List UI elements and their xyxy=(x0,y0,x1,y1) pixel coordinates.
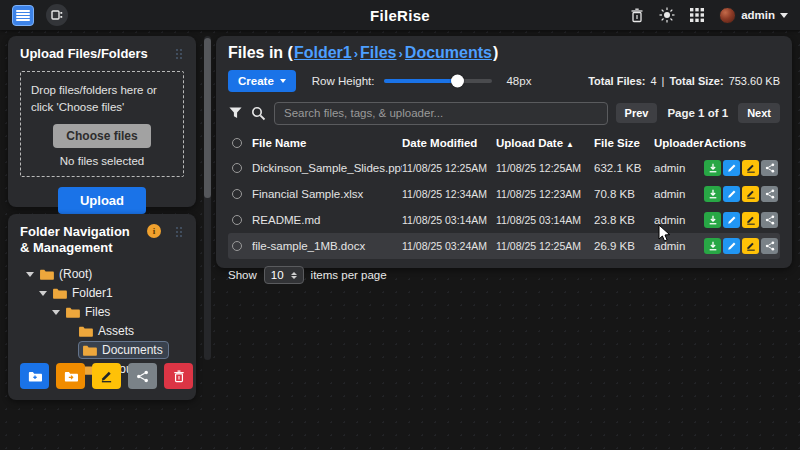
breadcrumb-folder1[interactable]: Folder1 xyxy=(294,44,352,62)
table-row[interactable]: Financial Sample.xlsx 11/08/25 12:34AM 1… xyxy=(228,181,780,207)
file-name[interactable]: README.md xyxy=(252,214,402,226)
rename-button[interactable] xyxy=(742,186,759,202)
folder-icon xyxy=(65,306,80,318)
col-uploader[interactable]: Uploader xyxy=(654,137,704,149)
uploader: admin xyxy=(654,214,704,226)
tree-item-root[interactable]: (Root) xyxy=(20,265,184,284)
col-upload-date[interactable]: Upload Date▲ xyxy=(496,137,594,149)
totals-summary: Total Files:4 | Total Size:753.60 KB xyxy=(588,75,780,87)
share-icon xyxy=(765,189,775,199)
create-folder-button[interactable] xyxy=(20,363,49,389)
file-name[interactable]: file-sample_1MB.docx xyxy=(252,240,402,252)
select-checkbox[interactable] xyxy=(232,189,242,199)
rename-button[interactable] xyxy=(742,212,759,228)
slider-thumb[interactable] xyxy=(451,75,464,88)
tree-item-assets[interactable]: Assets xyxy=(20,322,184,341)
prev-page-button[interactable]: Prev xyxy=(616,103,658,123)
tree-item-documents-selected[interactable]: Documents xyxy=(20,341,184,360)
filter-funnel-icon[interactable] xyxy=(228,106,243,120)
tree-item-files[interactable]: Files xyxy=(20,303,184,322)
row-height-slider[interactable] xyxy=(384,79,492,83)
folder-icon xyxy=(52,287,67,299)
share-folder-button[interactable] xyxy=(128,363,157,389)
upload-date: 11/08/25 12:23AM xyxy=(496,188,594,200)
create-button[interactable]: Create xyxy=(228,70,296,92)
share-icon xyxy=(136,370,149,383)
avatar xyxy=(719,7,736,24)
col-date-modified[interactable]: Date Modified xyxy=(402,137,496,149)
col-actions: Actions xyxy=(704,137,780,149)
select-arrows-icon xyxy=(291,272,297,279)
date-modified: 11/08/25 03:24AM xyxy=(402,240,496,252)
download-icon xyxy=(708,241,718,251)
table-row[interactable]: Dickinson_Sample_Slides.pptx 11/08/25 12… xyxy=(228,155,780,181)
download-button[interactable] xyxy=(704,186,721,202)
table-row-hovered[interactable]: file-sample_1MB.docx 11/08/25 03:24AM 11… xyxy=(228,233,780,259)
row-height-value: 48px xyxy=(506,75,531,87)
theme-toggle-sun-icon[interactable] xyxy=(659,7,675,23)
search-input[interactable] xyxy=(274,102,608,125)
caret-down-icon[interactable] xyxy=(26,272,34,277)
table-row[interactable]: README.md 11/08/25 03:14AM 11/08/25 03:1… xyxy=(228,207,780,233)
drag-handle-icon[interactable] xyxy=(174,48,184,60)
file-name[interactable]: Financial Sample.xlsx xyxy=(252,188,402,200)
file-dropzone[interactable]: Drop files/folders here or click 'Choose… xyxy=(20,71,184,176)
share-button[interactable] xyxy=(761,238,778,254)
breadcrumb-documents[interactable]: Documents xyxy=(405,44,492,62)
info-icon[interactable] xyxy=(147,224,161,238)
share-button[interactable] xyxy=(761,186,778,202)
items-per-page-select[interactable]: 10 xyxy=(264,266,304,284)
username: admin xyxy=(741,9,775,21)
rename-button[interactable] xyxy=(742,160,759,176)
pencil-icon xyxy=(727,241,737,251)
scrollbar-thumb[interactable] xyxy=(204,38,211,198)
folder-panel-title: Folder Navigation & Management xyxy=(20,224,138,257)
search-icon[interactable] xyxy=(251,106,266,121)
dropzone-hint: Drop files/folders here or click 'Choose… xyxy=(29,82,175,115)
upload-button[interactable]: Upload xyxy=(58,187,146,214)
uploader: admin xyxy=(654,240,704,252)
choose-files-button[interactable]: Choose files xyxy=(53,124,150,148)
caret-down-icon[interactable] xyxy=(39,291,47,296)
folder-move-icon xyxy=(64,370,78,382)
select-checkbox[interactable] xyxy=(232,163,242,173)
select-all-checkbox[interactable] xyxy=(232,138,242,148)
rename-folder-button[interactable] xyxy=(92,363,121,389)
select-checkbox[interactable] xyxy=(232,241,242,251)
share-button[interactable] xyxy=(761,212,778,228)
file-name[interactable]: Dickinson_Sample_Slides.pptx xyxy=(252,162,402,174)
download-button[interactable] xyxy=(704,238,721,254)
edit-button[interactable] xyxy=(723,186,740,202)
media-view-button[interactable] xyxy=(46,4,68,26)
tree-item-folder1[interactable]: Folder1 xyxy=(20,284,184,303)
edit-button[interactable] xyxy=(723,160,740,176)
date-modified: 11/08/25 12:25AM xyxy=(402,162,496,174)
select-checkbox[interactable] xyxy=(232,215,242,225)
drag-handle-icon[interactable] xyxy=(174,226,184,238)
chevron-down-icon xyxy=(280,79,286,83)
main-scrollbar[interactable] xyxy=(204,36,211,360)
download-button[interactable] xyxy=(704,160,721,176)
col-file-size[interactable]: File Size xyxy=(594,137,654,149)
delete-folder-button[interactable] xyxy=(164,363,193,389)
apps-grid-icon[interactable] xyxy=(690,8,704,22)
download-button[interactable] xyxy=(704,212,721,228)
move-folder-button[interactable] xyxy=(56,363,85,389)
page-info: Page 1 of 1 xyxy=(665,107,730,119)
edit-button[interactable] xyxy=(723,212,740,228)
top-bar: FileRise xyxy=(0,0,800,30)
file-size: 632.1 KB xyxy=(594,162,654,174)
files-heading: Files in (Folder1›Files›Documents) xyxy=(228,44,780,62)
rename-button[interactable] xyxy=(742,238,759,254)
share-button[interactable] xyxy=(761,160,778,176)
col-file-name[interactable]: File Name xyxy=(252,137,402,149)
date-modified: 11/08/25 12:34AM xyxy=(402,188,496,200)
edit-button[interactable] xyxy=(723,238,740,254)
trash-icon[interactable] xyxy=(630,8,644,23)
breadcrumb-files[interactable]: Files xyxy=(360,44,396,62)
next-page-button[interactable]: Next xyxy=(738,103,780,123)
caret-down-icon[interactable] xyxy=(52,310,60,315)
row-height-label: Row Height: xyxy=(312,75,375,87)
filerise-logo-icon[interactable] xyxy=(12,5,34,26)
user-menu[interactable]: admin xyxy=(719,7,788,24)
